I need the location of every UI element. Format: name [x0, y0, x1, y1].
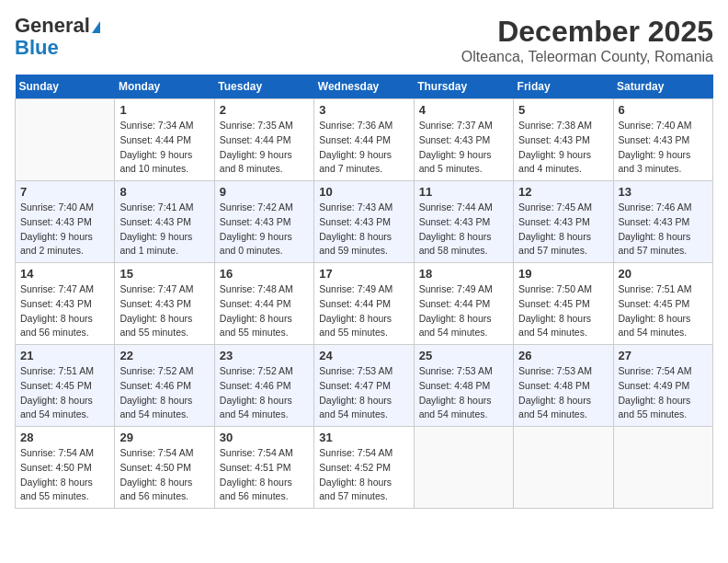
day-info: Sunrise: 7:40 AMSunset: 4:43 PMDaylight:…: [619, 119, 708, 177]
day-info: Sunrise: 7:40 AMSunset: 4:43 PMDaylight:…: [20, 201, 109, 259]
day-info: Sunrise: 7:54 AMSunset: 4:49 PMDaylight:…: [619, 364, 708, 422]
location: Olteanca, Teleorman County, Romania: [461, 49, 713, 65]
calendar-cell: 23Sunrise: 7:52 AMSunset: 4:46 PMDayligh…: [214, 345, 313, 427]
day-number: 28: [20, 431, 109, 444]
header-friday: Friday: [514, 75, 613, 99]
logo-general: General: [15, 15, 100, 37]
day-info: Sunrise: 7:54 AMSunset: 4:50 PMDaylight:…: [119, 446, 209, 504]
day-number: 26: [518, 349, 608, 362]
calendar-cell: [613, 427, 712, 509]
day-number: 29: [119, 431, 209, 444]
calendar-cell: 5Sunrise: 7:38 AMSunset: 4:43 PMDaylight…: [514, 99, 613, 181]
day-number: 4: [419, 103, 508, 117]
month-title: December 2025: [461, 15, 713, 49]
calendar-cell: 7Sunrise: 7:40 AMSunset: 4:43 PMDaylight…: [16, 181, 115, 263]
day-info: Sunrise: 7:37 AMSunset: 4:43 PMDaylight:…: [419, 119, 508, 177]
day-number: 21: [20, 349, 109, 362]
day-number: 5: [518, 103, 608, 117]
calendar-cell: 8Sunrise: 7:41 AMSunset: 4:43 PMDaylight…: [115, 181, 214, 263]
day-number: 15: [119, 267, 209, 281]
day-info: Sunrise: 7:34 AMSunset: 4:44 PMDaylight:…: [119, 119, 209, 177]
day-number: 3: [319, 103, 408, 117]
day-info: Sunrise: 7:49 AMSunset: 4:44 PMDaylight:…: [419, 282, 508, 340]
day-info: Sunrise: 7:49 AMSunset: 4:44 PMDaylight:…: [319, 282, 408, 340]
day-info: Sunrise: 7:43 AMSunset: 4:43 PMDaylight:…: [319, 201, 408, 259]
calendar-cell: 27Sunrise: 7:54 AMSunset: 4:49 PMDayligh…: [613, 345, 712, 427]
day-info: Sunrise: 7:53 AMSunset: 4:48 PMDaylight:…: [518, 364, 608, 422]
day-number: 13: [619, 185, 708, 199]
calendar-cell: [514, 427, 613, 509]
day-number: 10: [319, 185, 408, 199]
calendar-cell: 18Sunrise: 7:49 AMSunset: 4:44 PMDayligh…: [414, 263, 513, 345]
title-block: December 2025 Olteanca, Teleorman County…: [461, 15, 713, 65]
day-info: Sunrise: 7:52 AMSunset: 4:46 PMDaylight:…: [220, 364, 309, 422]
header-thursday: Thursday: [414, 75, 513, 99]
logo: General Blue: [15, 15, 100, 59]
day-number: 31: [319, 431, 408, 444]
day-info: Sunrise: 7:54 AMSunset: 4:52 PMDaylight:…: [319, 446, 408, 504]
calendar-cell: 22Sunrise: 7:52 AMSunset: 4:46 PMDayligh…: [115, 345, 214, 427]
calendar-cell: 30Sunrise: 7:54 AMSunset: 4:51 PMDayligh…: [214, 427, 313, 509]
day-number: 30: [220, 431, 309, 444]
week-row-1: 1Sunrise: 7:34 AMSunset: 4:44 PMDaylight…: [16, 99, 713, 181]
day-info: Sunrise: 7:36 AMSunset: 4:44 PMDaylight:…: [319, 119, 408, 177]
day-number: 19: [518, 267, 608, 281]
logo-blue: Blue: [15, 37, 59, 59]
day-number: 25: [419, 349, 508, 362]
calendar-cell: 1Sunrise: 7:34 AMSunset: 4:44 PMDaylight…: [115, 99, 214, 181]
calendar-cell: 12Sunrise: 7:45 AMSunset: 4:43 PMDayligh…: [514, 181, 613, 263]
week-row-3: 14Sunrise: 7:47 AMSunset: 4:43 PMDayligh…: [16, 263, 713, 345]
calendar-cell: 25Sunrise: 7:53 AMSunset: 4:48 PMDayligh…: [414, 345, 513, 427]
day-info: Sunrise: 7:42 AMSunset: 4:43 PMDaylight:…: [220, 201, 309, 259]
week-row-4: 21Sunrise: 7:51 AMSunset: 4:45 PMDayligh…: [16, 345, 713, 427]
header-tuesday: Tuesday: [214, 75, 313, 99]
calendar-cell: 13Sunrise: 7:46 AMSunset: 4:43 PMDayligh…: [613, 181, 712, 263]
day-info: Sunrise: 7:51 AMSunset: 4:45 PMDaylight:…: [619, 282, 708, 340]
header-wednesday: Wednesday: [314, 75, 414, 99]
day-info: Sunrise: 7:35 AMSunset: 4:44 PMDaylight:…: [220, 119, 309, 177]
day-info: Sunrise: 7:48 AMSunset: 4:44 PMDaylight:…: [220, 282, 309, 340]
calendar-cell: 15Sunrise: 7:47 AMSunset: 4:43 PMDayligh…: [115, 263, 214, 345]
calendar-header-row: SundayMondayTuesdayWednesdayThursdayFrid…: [16, 75, 713, 99]
day-info: Sunrise: 7:47 AMSunset: 4:43 PMDaylight:…: [119, 282, 209, 340]
header-monday: Monday: [115, 75, 214, 99]
calendar-cell: [414, 427, 513, 509]
calendar-cell: 4Sunrise: 7:37 AMSunset: 4:43 PMDaylight…: [414, 99, 513, 181]
week-row-2: 7Sunrise: 7:40 AMSunset: 4:43 PMDaylight…: [16, 181, 713, 263]
day-number: 18: [419, 267, 508, 281]
day-number: 12: [518, 185, 608, 199]
day-number: 9: [220, 185, 309, 199]
calendar-cell: 11Sunrise: 7:44 AMSunset: 4:43 PMDayligh…: [414, 181, 513, 263]
calendar-cell: 21Sunrise: 7:51 AMSunset: 4:45 PMDayligh…: [16, 345, 115, 427]
day-number: 7: [20, 185, 109, 199]
calendar-cell: 17Sunrise: 7:49 AMSunset: 4:44 PMDayligh…: [314, 263, 414, 345]
day-number: 1: [119, 103, 209, 117]
calendar-cell: 3Sunrise: 7:36 AMSunset: 4:44 PMDaylight…: [314, 99, 414, 181]
day-info: Sunrise: 7:38 AMSunset: 4:43 PMDaylight:…: [518, 119, 608, 177]
calendar-cell: 28Sunrise: 7:54 AMSunset: 4:50 PMDayligh…: [16, 427, 115, 509]
calendar-cell: 6Sunrise: 7:40 AMSunset: 4:43 PMDaylight…: [613, 99, 712, 181]
page-header: General Blue December 2025 Olteanca, Tel…: [15, 15, 713, 65]
calendar-cell: 2Sunrise: 7:35 AMSunset: 4:44 PMDaylight…: [214, 99, 313, 181]
calendar-table: SundayMondayTuesdayWednesdayThursdayFrid…: [15, 75, 713, 509]
calendar-cell: 14Sunrise: 7:47 AMSunset: 4:43 PMDayligh…: [16, 263, 115, 345]
day-info: Sunrise: 7:53 AMSunset: 4:47 PMDaylight:…: [319, 364, 408, 422]
day-number: 24: [319, 349, 408, 362]
calendar-cell: 29Sunrise: 7:54 AMSunset: 4:50 PMDayligh…: [115, 427, 214, 509]
day-number: 14: [20, 267, 109, 281]
day-info: Sunrise: 7:46 AMSunset: 4:43 PMDaylight:…: [619, 201, 708, 259]
day-info: Sunrise: 7:51 AMSunset: 4:45 PMDaylight:…: [20, 364, 109, 422]
calendar-cell: 19Sunrise: 7:50 AMSunset: 4:45 PMDayligh…: [514, 263, 613, 345]
day-info: Sunrise: 7:44 AMSunset: 4:43 PMDaylight:…: [419, 201, 508, 259]
calendar-cell: 26Sunrise: 7:53 AMSunset: 4:48 PMDayligh…: [514, 345, 613, 427]
calendar-cell: 10Sunrise: 7:43 AMSunset: 4:43 PMDayligh…: [314, 181, 414, 263]
day-number: 11: [419, 185, 508, 199]
calendar-cell: 31Sunrise: 7:54 AMSunset: 4:52 PMDayligh…: [314, 427, 414, 509]
day-info: Sunrise: 7:54 AMSunset: 4:51 PMDaylight:…: [220, 446, 309, 504]
calendar-cell: 20Sunrise: 7:51 AMSunset: 4:45 PMDayligh…: [613, 263, 712, 345]
day-info: Sunrise: 7:50 AMSunset: 4:45 PMDaylight:…: [518, 282, 608, 340]
day-info: Sunrise: 7:52 AMSunset: 4:46 PMDaylight:…: [119, 364, 209, 422]
week-row-5: 28Sunrise: 7:54 AMSunset: 4:50 PMDayligh…: [16, 427, 713, 509]
day-number: 8: [119, 185, 209, 199]
day-number: 17: [319, 267, 408, 281]
